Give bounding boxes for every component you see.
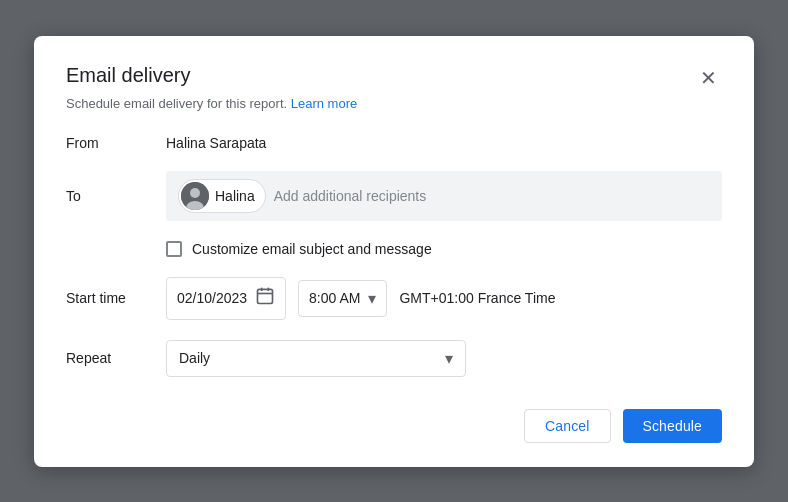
customize-checkbox[interactable] — [166, 241, 182, 257]
repeat-row: Repeat Daily ▾ — [66, 340, 722, 377]
repeat-value: Daily — [179, 350, 210, 366]
dialog-subtitle: Schedule email delivery for this report.… — [66, 96, 722, 111]
to-label: To — [66, 188, 166, 204]
customize-checkbox-row: Customize email subject and message — [166, 241, 722, 257]
dialog-header: Email delivery ✕ — [66, 64, 722, 92]
timezone-value: GMT+01:00 France Time — [399, 290, 555, 306]
from-label: From — [66, 135, 166, 151]
start-time-content: 02/10/2023 8:00 AM ▾ — [166, 277, 722, 320]
svg-rect-3 — [258, 289, 273, 303]
date-picker[interactable]: 02/10/2023 — [166, 277, 286, 320]
recipient-chip: Halina — [178, 179, 266, 213]
to-content: Halina Add additional recipients — [166, 171, 722, 221]
recipient-name: Halina — [215, 188, 255, 204]
repeat-picker[interactable]: Daily ▾ — [166, 340, 466, 377]
time-picker[interactable]: 8:00 AM ▾ — [298, 280, 387, 317]
schedule-button[interactable]: Schedule — [623, 409, 723, 443]
customize-checkbox-label[interactable]: Customize email subject and message — [192, 241, 432, 257]
learn-more-link[interactable]: Learn more — [291, 96, 357, 111]
cancel-button[interactable]: Cancel — [524, 409, 610, 443]
avatar — [181, 182, 209, 210]
recipients-container[interactable]: Halina Add additional recipients — [166, 171, 722, 221]
dialog-title: Email delivery — [66, 64, 190, 87]
dialog-footer: Cancel Schedule — [66, 409, 722, 443]
add-recipients-placeholder[interactable]: Add additional recipients — [274, 188, 427, 204]
from-row: From Halina Sarapata — [66, 135, 722, 151]
to-row: To Halina Add additional recipients — [66, 171, 722, 221]
close-button[interactable]: ✕ — [694, 64, 722, 92]
start-time-label: Start time — [66, 290, 166, 306]
date-value: 02/10/2023 — [177, 290, 247, 306]
start-time-inputs: 02/10/2023 8:00 AM ▾ — [166, 277, 722, 320]
close-icon: ✕ — [700, 68, 717, 88]
from-value: Halina Sarapata — [166, 135, 722, 151]
repeat-content: Daily ▾ — [166, 340, 722, 377]
start-time-row: Start time 02/10/2023 — [66, 277, 722, 320]
email-delivery-dialog: Email delivery ✕ Schedule email delivery… — [34, 36, 754, 467]
repeat-label: Repeat — [66, 350, 166, 366]
time-dropdown-arrow-icon: ▾ — [368, 289, 376, 308]
repeat-dropdown-arrow-icon: ▾ — [445, 349, 453, 368]
calendar-icon — [255, 286, 275, 311]
svg-point-1 — [190, 188, 200, 198]
time-value: 8:00 AM — [309, 290, 360, 306]
